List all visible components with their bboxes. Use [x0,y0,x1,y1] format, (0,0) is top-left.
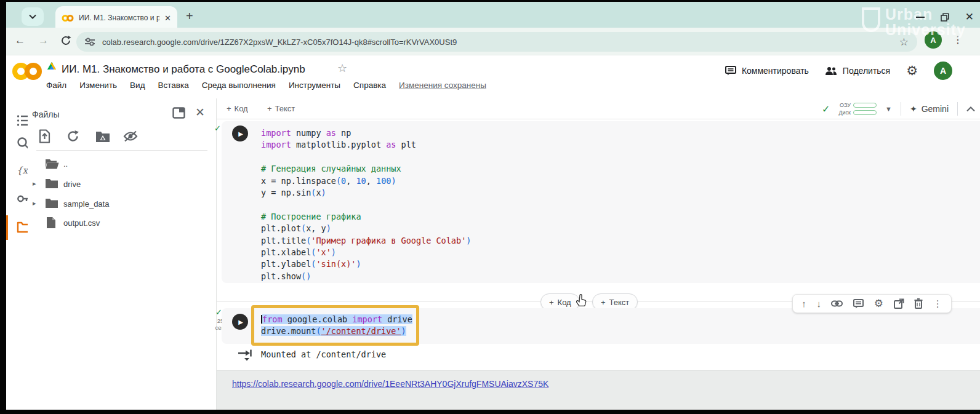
move-cell-up-icon[interactable]: ↑ [801,298,806,309]
plus-icon: + [549,298,554,307]
menu-edit[interactable]: Изменить [79,81,117,90]
panel-divider [36,150,207,151]
notebook-toolbar: +Код +Текст ✓ ОЗУ Диск ▼ ✦Gemini [217,98,980,119]
sidebar-rail: {x} [6,98,28,410]
output-text: Mounted at /content/drive [261,349,386,359]
colab-logo [11,60,43,82]
sparkle-icon: ✦ [910,104,917,114]
address-bar[interactable]: colab.research.google.com/drive/1ZZ67X2p… [76,32,917,52]
tab-close-icon[interactable]: ✕ [164,14,171,23]
run-cell-button[interactable]: ▶ [232,125,248,141]
close-window-icon[interactable]: ✕ [965,10,974,23]
add-comment-icon[interactable] [853,299,864,309]
plus-icon: + [601,298,606,307]
collapse-toolbar-icon[interactable] [966,106,975,112]
comment-icon [725,66,736,76]
ram-bar [853,103,877,108]
code-line: plt.plot(x, y) [261,223,471,234]
add-text-button[interactable]: +Текст [267,104,295,113]
code-line: plt.show() [261,271,471,282]
open-in-tab-icon[interactable] [894,298,904,309]
back-icon[interactable]: ← [15,34,25,47]
refresh-icon[interactable] [66,130,79,143]
url-text: colab.research.google.com/drive/1ZZ67X2p… [102,38,892,47]
code-line: plt.ylabel('sin(x)') [261,258,471,270]
forward-icon[interactable]: → [38,34,49,47]
colab-share-link[interactable]: https://colab.research.google.com/drive/… [232,379,548,389]
copy-link-icon[interactable] [831,300,843,307]
header-actions: Комментировать Поделиться ⚙ A [725,62,952,80]
open-folder-icon [45,159,59,169]
menu-help[interactable]: Справка [353,81,386,90]
minimize-icon[interactable] [916,17,925,18]
code-line: plt.title('Пример графика в Google Colab… [261,235,471,247]
cell1-executed-check-icon: ✓ [214,124,221,133]
comment-button[interactable]: Комментировать [725,66,809,76]
active-rail-indicator [6,215,8,240]
close-panel-icon[interactable]: ✕ [195,105,205,119]
site-settings-icon[interactable] [85,38,95,46]
colab-header: ИИ. М1. Знакомство и работа с GoogleCola… [6,55,980,98]
plus-icon: + [227,104,231,113]
dock-panel-icon[interactable] [172,107,185,119]
expand-chevron-icon[interactable]: ▸ [33,180,36,188]
output-icon[interactable] [238,349,252,361]
hide-hidden-files-icon[interactable] [123,130,138,142]
add-code-button[interactable]: +Код [227,104,248,113]
move-cell-down-icon[interactable]: ↓ [816,298,821,309]
delete-cell-trash-icon[interactable] [914,298,923,309]
code-line: import matplotlib.pyplot as plt [261,139,471,151]
tree-item-sample-data[interactable]: ▸ sample_data [28,194,217,214]
tree-item-drive[interactable]: ▸ drive [28,175,217,194]
cell-toolbar: ↑ ↓ ⚙ ⋮ [792,294,952,313]
restore-icon[interactable] [941,13,949,22]
resources-dropdown-icon[interactable]: ▼ [885,105,892,113]
menu-tools[interactable]: Инструменты [289,81,340,90]
notebook-title[interactable]: ИИ. М1. Знакомство и работа с GoogleCola… [62,63,305,76]
code-cell-1[interactable]: ▶ import numpy as npimport matplotlib.py… [222,121,980,283]
code-line: # Построение графика [261,211,471,223]
menu-view[interactable]: Вид [130,81,145,90]
menu-insert[interactable]: Вставка [158,81,189,90]
toolbar-status: ✓ ОЗУ Диск ▼ ✦Gemini [822,98,975,119]
reload-icon[interactable] [60,35,71,46]
browser-tab-bar: ИИ. М1. Знакомство и работа ✕ + UrbanUni… [6,2,980,28]
files-panel-title: Файлы [32,109,59,119]
window-controls: ✕ [916,10,974,23]
changes-saved-link[interactable]: Изменения сохранены [399,81,486,90]
browser-tab[interactable]: ИИ. М1. Знакомство и работа ✕ [55,6,177,30]
tree-item-output-csv[interactable]: output.csv [28,214,217,234]
more-options-icon[interactable]: ⋮ [933,298,942,309]
menu-runtime[interactable]: Среда выполнения [202,81,276,90]
colab-favicon [62,14,74,22]
share-button[interactable]: Поделиться [825,66,890,76]
mount-drive-icon[interactable] [95,130,110,143]
gemini-button[interactable]: ✦Gemini [910,104,949,114]
run-cell-button[interactable]: ▶ [232,314,248,330]
tab-title: ИИ. М1. Знакомство и работа [79,14,159,22]
expand-chevron-icon[interactable]: ▸ [33,199,36,207]
resource-meter[interactable]: ОЗУ Диск [838,102,877,116]
tab-search-button[interactable] [22,7,44,26]
plus-icon: + [267,104,272,113]
chevron-down-icon [29,14,36,19]
browser-window: ИИ. М1. Знакомство и работа ✕ + UrbanUni… [0,0,980,414]
tree-item-up[interactable]: .. [28,155,217,175]
new-tab-button[interactable]: + [186,9,193,23]
drive-file-icon [47,62,57,71]
star-notebook-icon[interactable]: ☆ [337,62,347,75]
code-editor[interactable]: import numpy as npimport matplotlib.pypl… [261,127,471,282]
account-avatar[interactable]: A [934,62,952,80]
code-line: # Генерация случайных данных [261,163,471,175]
disk-bar [853,110,877,115]
code-line: x = np.linspace(0, 10, 100) [261,175,471,187]
menu-bar: Файл Изменить Вид Вставка Среда выполнен… [46,81,486,90]
upload-file-icon[interactable] [38,129,51,143]
code-line: plt.xlabel('x') [261,247,471,258]
cell-settings-gear-icon[interactable]: ⚙ [874,297,883,310]
settings-gear-icon[interactable]: ⚙ [906,63,918,78]
code-line: import numpy as np [261,127,471,139]
menu-file[interactable]: Файл [46,81,66,90]
share-people-icon [825,66,837,76]
browser-toolbar: ← → colab.research.google.com/drive/1ZZ6… [6,28,980,55]
